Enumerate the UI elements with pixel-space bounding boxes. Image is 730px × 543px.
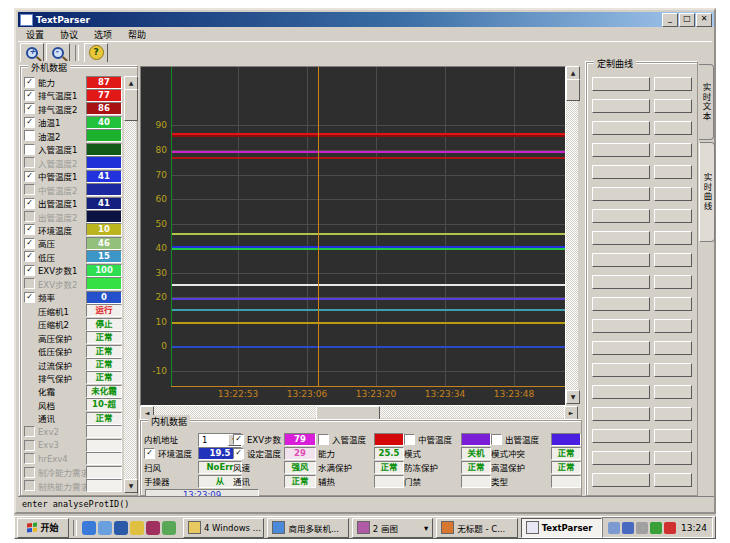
zoom-out-button[interactable]: - bbox=[46, 43, 70, 63]
checkbox[interactable] bbox=[491, 434, 502, 445]
email-icon[interactable] bbox=[98, 521, 112, 535]
taskbar-button[interactable]: TextParser bbox=[521, 518, 602, 538]
checkbox[interactable]: ✓ bbox=[24, 238, 35, 249]
checkbox[interactable]: ✓ bbox=[24, 265, 35, 276]
curve-slot-button[interactable] bbox=[592, 187, 650, 201]
curve-slot-button[interactable] bbox=[592, 165, 650, 179]
chart-plot[interactable]: 9080706050403020100-1013:22:5313:23:0613… bbox=[140, 66, 566, 406]
curve-slot-button[interactable] bbox=[654, 121, 692, 135]
start-button[interactable]: 开始 bbox=[17, 518, 69, 538]
show-desktop-icon[interactable] bbox=[114, 521, 128, 535]
printer-icon[interactable] bbox=[608, 522, 620, 534]
curve-slot-button[interactable] bbox=[654, 165, 692, 179]
chart-vertical-scrollbar[interactable]: ▲ ▼ bbox=[566, 66, 578, 404]
curve-slot-button[interactable] bbox=[592, 253, 650, 267]
checkbox[interactable] bbox=[24, 278, 35, 289]
chart-scroll-right-icon[interactable]: ► bbox=[564, 406, 578, 420]
checkbox[interactable]: ✓ bbox=[24, 198, 35, 209]
checkbox[interactable]: ✓ bbox=[144, 448, 155, 459]
explorer-icon[interactable] bbox=[162, 521, 176, 535]
curve-slot-button[interactable] bbox=[654, 275, 692, 289]
menu-item-protocol[interactable]: 协议 bbox=[52, 28, 86, 41]
curve-slot-button[interactable] bbox=[592, 385, 650, 399]
curve-slot-button[interactable] bbox=[654, 77, 692, 91]
curve-slot-button[interactable] bbox=[592, 77, 650, 91]
curve-slot-button[interactable] bbox=[654, 143, 692, 157]
menu-item-settings[interactable]: 设置 bbox=[18, 28, 52, 41]
curve-slot-button[interactable] bbox=[592, 473, 650, 487]
checkbox[interactable] bbox=[24, 453, 35, 464]
curve-slot-button[interactable] bbox=[592, 143, 650, 157]
title-bar[interactable]: TextParser _ □ ✕ bbox=[18, 12, 714, 27]
checkbox[interactable] bbox=[404, 434, 415, 445]
checkbox[interactable] bbox=[24, 211, 35, 222]
volume-icon[interactable] bbox=[622, 522, 634, 534]
checkbox[interactable] bbox=[24, 130, 35, 141]
curve-slot-button[interactable] bbox=[654, 187, 692, 201]
curve-slot-button[interactable] bbox=[654, 451, 692, 465]
chevron-down-icon[interactable]: ▾ bbox=[264, 523, 265, 533]
curve-slot-button[interactable] bbox=[654, 209, 692, 223]
messenger-icon[interactable] bbox=[130, 521, 144, 535]
antivirus-icon[interactable] bbox=[650, 522, 662, 534]
curve-slot-button[interactable] bbox=[654, 231, 692, 245]
curve-slot-button[interactable] bbox=[592, 297, 650, 311]
checkbox[interactable]: ✓ bbox=[24, 117, 35, 128]
curve-slot-button[interactable] bbox=[654, 363, 692, 377]
chart-scroll-down-icon[interactable]: ▼ bbox=[566, 390, 580, 404]
curve-slot-button[interactable] bbox=[592, 275, 650, 289]
curve-slot-button[interactable] bbox=[592, 319, 650, 333]
curve-slot-button[interactable] bbox=[654, 341, 692, 355]
checkbox[interactable] bbox=[24, 184, 35, 195]
media-player-icon[interactable] bbox=[146, 521, 160, 535]
chart-cursor[interactable] bbox=[318, 67, 319, 386]
checkbox[interactable]: ✓ bbox=[24, 251, 35, 262]
checkbox[interactable] bbox=[24, 426, 35, 437]
checkbox[interactable]: ✓ bbox=[233, 434, 244, 445]
curve-slot-button[interactable] bbox=[592, 341, 650, 355]
curve-slot-button[interactable] bbox=[654, 385, 692, 399]
curve-slot-button[interactable] bbox=[654, 99, 692, 113]
curve-slot-button[interactable] bbox=[592, 231, 650, 245]
ie-icon[interactable] bbox=[82, 521, 96, 535]
checkbox[interactable]: ✓ bbox=[233, 448, 244, 459]
chevron-down-icon[interactable]: ▾ bbox=[424, 523, 428, 533]
checkbox[interactable] bbox=[318, 434, 329, 445]
tab-realtime-curve[interactable]: 实时曲线 bbox=[699, 142, 715, 242]
curve-slot-button[interactable] bbox=[654, 429, 692, 443]
outdoor-scrollbar[interactable]: ▲ ▼ bbox=[124, 76, 136, 493]
curve-slot-button[interactable] bbox=[592, 363, 650, 377]
checkbox[interactable]: ✓ bbox=[24, 171, 35, 182]
curve-slot-button[interactable] bbox=[654, 253, 692, 267]
checkbox[interactable]: ✓ bbox=[24, 224, 35, 235]
menu-item-help[interactable]: 帮助 bbox=[120, 28, 154, 41]
chart-hscroll-thumb[interactable] bbox=[316, 406, 380, 420]
minimize-button[interactable]: _ bbox=[662, 13, 678, 27]
checkbox[interactable] bbox=[24, 144, 35, 155]
alert-icon[interactable] bbox=[664, 522, 676, 534]
checkbox[interactable] bbox=[24, 467, 35, 478]
curve-slot-button[interactable] bbox=[654, 297, 692, 311]
curve-slot-button[interactable] bbox=[592, 429, 650, 443]
help-button[interactable]: ? bbox=[84, 43, 108, 63]
taskbar-button[interactable]: 2 画图▾ bbox=[352, 518, 433, 538]
chart-horizontal-scrollbar[interactable]: ◄ ► bbox=[140, 406, 578, 418]
chart-scroll-up-icon[interactable]: ▲ bbox=[566, 66, 580, 80]
checkbox[interactable] bbox=[24, 157, 35, 168]
checkbox[interactable] bbox=[24, 480, 35, 491]
scrollbar-thumb[interactable] bbox=[124, 89, 138, 121]
curve-slot-button[interactable] bbox=[592, 209, 650, 223]
taskbar-button[interactable]: 商用多联机... bbox=[267, 518, 348, 538]
curve-slot-button[interactable] bbox=[654, 407, 692, 421]
curve-slot-button[interactable] bbox=[654, 473, 692, 487]
checkbox[interactable]: ✓ bbox=[24, 90, 35, 101]
curve-slot-button[interactable] bbox=[592, 407, 650, 421]
checkbox[interactable]: ✓ bbox=[24, 77, 35, 88]
curve-slot-button[interactable] bbox=[592, 121, 650, 135]
checkbox[interactable]: ✓ bbox=[24, 292, 35, 303]
taskbar-button[interactable]: 无标题 - C... bbox=[436, 518, 517, 538]
curve-slot-button[interactable] bbox=[592, 451, 650, 465]
maximize-button[interactable]: □ bbox=[679, 13, 695, 27]
taskbar-button[interactable]: 4 Windows ...▾ bbox=[183, 518, 264, 538]
menu-item-options[interactable]: 选项 bbox=[86, 28, 120, 41]
